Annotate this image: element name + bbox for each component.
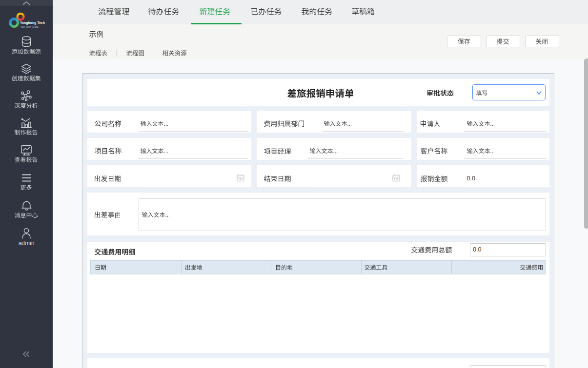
svg-text:Yonghong Tech: Yonghong Tech <box>20 21 45 25</box>
svg-text:Talk with Data: Talk with Data <box>20 25 39 28</box>
